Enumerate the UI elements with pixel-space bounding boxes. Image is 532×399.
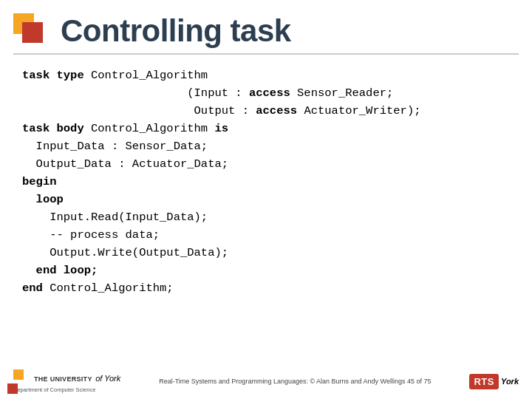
logo-shapes — [13, 369, 28, 386]
footer-right: RTS York — [469, 374, 519, 389]
university-york-text: of York — [95, 374, 120, 383]
footer-york-text: York — [501, 377, 519, 386]
university-name-block: The University of York — [34, 371, 120, 384]
header-accent — [13, 13, 52, 52]
footer-copyright: Real-Time Systems and Programming Langua… — [120, 378, 469, 385]
logo-red-square — [7, 383, 18, 394]
slide-title: Controlling task — [61, 13, 291, 49]
university-logo: The University of York — [13, 369, 120, 386]
department-text: Department of Computer Science — [13, 386, 95, 393]
code-block: task type Control_Algorithm (Input : acc… — [22, 66, 510, 297]
title-underline — [13, 53, 519, 55]
accent-red — [22, 22, 43, 43]
logo-orange-square — [13, 369, 24, 380]
footer-left: The University of York Department of Com… — [13, 369, 120, 393]
university-text: The University — [34, 375, 92, 383]
footer: The University of York Department of Com… — [13, 369, 519, 393]
rts-badge: RTS — [469, 374, 499, 389]
